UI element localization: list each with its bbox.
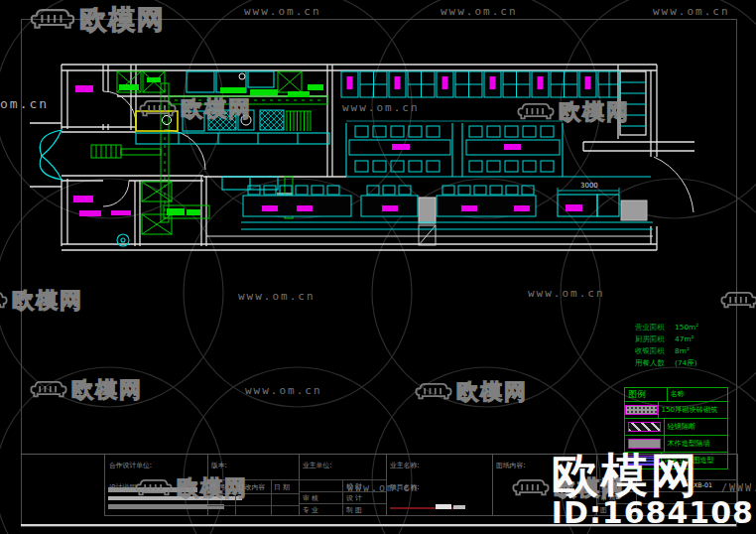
seat-unit <box>373 126 386 137</box>
version-label: 版本: <box>211 461 227 469</box>
title-block: 合作设计单位: 设计说明 版本: 序 号 修改内容 日 期 业主单位: 审 核 … <box>104 454 738 516</box>
seat-unit <box>523 161 536 172</box>
legend-header: 图例 名称 <box>625 388 727 401</box>
seat-unit <box>427 161 440 172</box>
seat-unit <box>469 126 482 137</box>
area-row: 营业面积150m² <box>635 322 704 334</box>
drawing-number: XB-01 <box>693 482 712 489</box>
owner-name-label: 业主名称: <box>390 461 419 469</box>
area-row: 收银面积8m² <box>635 345 704 357</box>
area-row: 用餐人数(74座) <box>635 357 704 369</box>
seat-unit <box>296 186 308 195</box>
seat-unit <box>409 161 422 172</box>
role-audit: 审 核 <box>303 493 318 502</box>
seat-unit <box>327 186 339 195</box>
cad-sheet-page: 3000 营业面积150m² 厨房面积47m² 收银面积8m² 用餐人数(74座… <box>0 0 756 534</box>
seat-unit <box>505 161 518 172</box>
seat-unit <box>391 161 404 172</box>
seat-unit <box>487 126 500 137</box>
seat-unit <box>474 186 486 195</box>
seat-unit <box>373 161 386 172</box>
content-label: 图纸内容: <box>496 461 525 469</box>
review-label: 审 核 <box>600 493 616 502</box>
note-bar <box>108 487 197 492</box>
dimension-3000: 3000 <box>580 182 598 190</box>
seat-unit <box>505 126 518 137</box>
white-chip <box>436 504 451 509</box>
rev-col-content: 修改内容 <box>238 482 265 491</box>
booth-cushion <box>585 76 591 89</box>
sheet-bottom-line <box>21 524 736 526</box>
booth-cushion <box>395 76 401 89</box>
area-summary-table: 营业面积150m² 厨房面积47m² 收银面积8m² 用餐人数(74座) <box>635 322 704 369</box>
entry-door-leaves <box>40 130 62 180</box>
seat-unit <box>383 186 395 195</box>
seat-unit <box>355 161 368 172</box>
role-major: 专 业 <box>303 505 318 514</box>
seat-unit <box>427 126 440 137</box>
seat-unit <box>458 186 470 195</box>
booth-cushion <box>490 76 496 89</box>
seat-unit <box>487 161 500 172</box>
note-bar <box>108 496 242 500</box>
seat-unit <box>409 126 422 137</box>
white-chip <box>453 505 465 509</box>
booth-cushion <box>442 76 448 89</box>
seat-unit <box>490 186 502 195</box>
seat-unit <box>522 186 534 195</box>
seat-unit <box>312 186 323 195</box>
role-check: 校 对 <box>346 481 362 490</box>
legend-row: 150厚砌块砖砌筑 <box>625 401 727 418</box>
sign-label: 签 字 <box>600 481 616 490</box>
seat-unit <box>391 126 404 137</box>
legend-row: 轻钢隔断 <box>625 418 727 435</box>
seat-unit <box>469 161 482 172</box>
seat-unit <box>523 126 536 137</box>
project-label: 项目名称: <box>390 482 419 491</box>
seat-unit <box>541 126 554 137</box>
role-draft: 制 图 <box>346 505 362 514</box>
booth-cushion <box>538 76 544 89</box>
seat-unit <box>506 186 518 195</box>
legend-row: 木作造型隔墙 <box>625 435 727 452</box>
seat-unit <box>399 186 411 195</box>
steel-partition-swatch <box>628 422 661 432</box>
rev-col-date: 日 期 <box>274 482 290 491</box>
booth-cushion <box>347 76 353 89</box>
seat-unit <box>541 161 554 172</box>
rev-col-no: 序 号 <box>210 482 226 491</box>
wood-partition-swatch <box>628 439 661 449</box>
owner-unit-label: 业主单位: <box>303 461 331 469</box>
seat-unit <box>367 186 379 195</box>
role-design: 设 计 <box>346 493 362 502</box>
number-label: 图 号 <box>600 505 616 514</box>
seat-unit <box>442 186 454 195</box>
area-row: 厨房面积47m² <box>635 334 704 345</box>
masonry-swatch <box>625 405 658 415</box>
partner-label: 合作设计单位: <box>109 461 152 469</box>
seat-unit <box>355 126 368 137</box>
yellow-counter <box>136 111 178 131</box>
